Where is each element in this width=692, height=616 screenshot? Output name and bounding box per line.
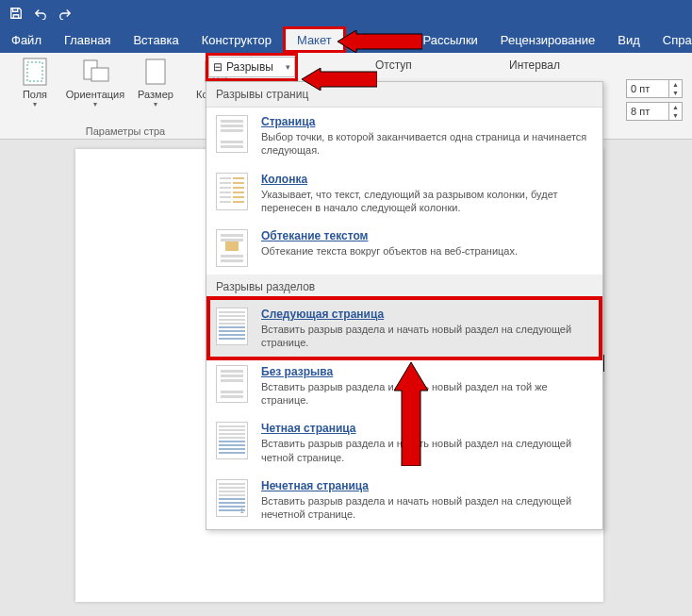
tab-insert[interactable]: Вставка	[122, 26, 189, 53]
annotation-arrow-to-next-page	[394, 362, 428, 466]
break-odd-page-item[interactable]: Нечетная страницаВставить разрыв раздела…	[206, 472, 602, 529]
spin-down-icon[interactable]: ▼	[669, 89, 682, 97]
tab-home[interactable]: Главная	[53, 26, 122, 53]
tab-review[interactable]: Рецензирование	[489, 26, 606, 53]
column-break-icon	[216, 173, 248, 210]
dropdown-section-page-breaks: Разрывы страниц	[206, 82, 602, 108]
orientation-icon	[80, 57, 110, 87]
annotation-arrow-to-breaks	[302, 68, 377, 91]
spacing-after-spinner[interactable]: 8 пт ▲▼	[626, 102, 683, 121]
break-next-page-item[interactable]: Следующая страницаВставить разрыв раздел…	[206, 300, 602, 358]
size-icon	[140, 57, 171, 87]
spin-down-icon[interactable]: ▼	[669, 111, 682, 120]
break-column-item[interactable]: КолонкаУказывает, что текст, следующий з…	[206, 165, 602, 223]
dropdown-section-section-breaks: Разрывы разделов	[206, 275, 602, 300]
page-setup-caption: Параметры стра	[86, 125, 165, 137]
tab-view[interactable]: Вид	[606, 26, 651, 53]
tab-layout[interactable]: Макет	[283, 26, 346, 53]
text-wrap-break-icon	[216, 229, 248, 267]
spacing-before-spinner[interactable]: 0 пт ▲▼	[626, 79, 683, 98]
save-icon[interactable]	[6, 3, 26, 24]
odd-page-break-icon	[216, 479, 248, 517]
margins-icon	[20, 57, 50, 87]
spin-up-icon[interactable]: ▲	[669, 80, 682, 89]
indent-label: Отступ	[375, 58, 412, 72]
breaks-icon: ⊟	[213, 60, 222, 74]
svg-rect-3	[91, 68, 108, 81]
spin-up-icon[interactable]: ▲	[669, 103, 682, 111]
next-page-break-icon	[216, 308, 248, 345]
break-page-item[interactable]: СтраницаВыбор точки, в которой заканчива…	[206, 108, 602, 165]
spacing-controls: 0 пт ▲▼ 8 пт ▲▼	[626, 79, 683, 121]
tab-mailings[interactable]: Рассылки	[411, 26, 488, 53]
tab-help[interactable]: Справка	[651, 26, 692, 53]
quick-access-toolbar	[0, 0, 692, 26]
text-cursor	[603, 355, 604, 372]
continuous-break-icon	[216, 365, 248, 403]
size-button[interactable]: Размер▾	[128, 57, 183, 108]
even-page-break-icon	[216, 422, 248, 459]
tab-design[interactable]: Конструктор	[190, 26, 283, 53]
redo-icon[interactable]	[55, 3, 75, 24]
interval-label: Интервал	[509, 58, 560, 72]
svg-rect-4	[146, 59, 165, 84]
orientation-button[interactable]: Ориентация▾	[68, 57, 123, 108]
margins-button[interactable]: Поля▾	[8, 57, 62, 108]
annotation-arrow-to-layout-tab	[338, 30, 422, 53]
breaks-button[interactable]: ⊟ Разрывы ▾	[208, 57, 295, 77]
undo-icon[interactable]	[30, 3, 51, 24]
break-textwrap-item[interactable]: Обтекание текстомОбтекание текста вокруг…	[206, 222, 602, 275]
page-break-icon	[216, 115, 248, 153]
tab-file[interactable]: Файл	[0, 26, 53, 53]
